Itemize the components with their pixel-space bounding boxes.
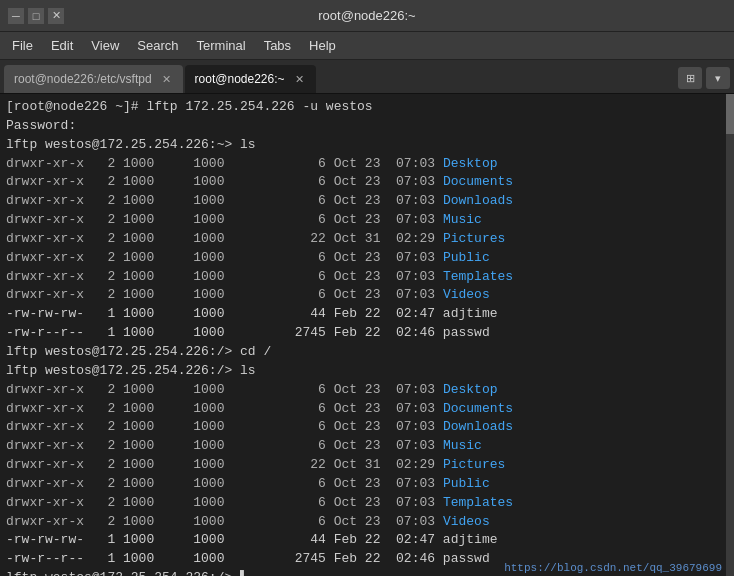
title-bar: ─ □ ✕ root@node226:~ [0,0,734,32]
menu-search[interactable]: Search [129,36,186,55]
tab-close-home[interactable]: ✕ [293,72,306,87]
terminal-line: drwxr-xr-x 2 1000 1000 6 Oct 23 07:03 Do… [6,400,728,419]
terminal-line: drwxr-xr-x 2 1000 1000 6 Oct 23 07:03 Do… [6,418,728,437]
terminal-line: lftp westos@172.25.254.226:~> ls [6,136,728,155]
scrollbar[interactable] [726,94,734,576]
terminal-area[interactable]: [root@node226 ~]# lftp 172.25.254.226 -u… [0,94,734,576]
terminal-line: drwxr-xr-x 2 1000 1000 22 Oct 31 02:29 P… [6,456,728,475]
new-tab-button[interactable]: ⊞ [678,67,702,89]
tab-vsftpd[interactable]: root@node226:/etc/vsftpd ✕ [4,65,183,93]
terminal-line: Password: [6,117,728,136]
terminal-line: drwxr-xr-x 2 1000 1000 22 Oct 31 02:29 P… [6,230,728,249]
terminal-line: drwxr-xr-x 2 1000 1000 6 Oct 23 07:03 Pu… [6,475,728,494]
tab-bar: root@node226:/etc/vsftpd ✕ root@node226:… [0,60,734,94]
scrollbar-thumb[interactable] [726,94,734,134]
maximize-button[interactable]: □ [28,8,44,24]
terminal-line: -rw-rw-rw- 1 1000 1000 44 Feb 22 02:47 a… [6,305,728,324]
watermark: https://blog.csdn.net/qq_39679699 [504,562,722,574]
terminal-line: drwxr-xr-x 2 1000 1000 6 Oct 23 07:03 De… [6,381,728,400]
terminal-line: drwxr-xr-x 2 1000 1000 6 Oct 23 07:03 Mu… [6,211,728,230]
tab-label-vsftpd: root@node226:/etc/vsftpd [14,72,152,86]
menu-help[interactable]: Help [301,36,344,55]
tab-menu-button[interactable]: ▾ [706,67,730,89]
terminal-line: lftp westos@172.25.254.226:/> ls [6,362,728,381]
terminal-line: -rw-rw-rw- 1 1000 1000 44 Feb 22 02:47 a… [6,531,728,550]
menu-terminal[interactable]: Terminal [189,36,254,55]
terminal-line: drwxr-xr-x 2 1000 1000 6 Oct 23 07:03 Vi… [6,286,728,305]
tab-home[interactable]: root@node226:~ ✕ [185,65,316,93]
menu-bar: File Edit View Search Terminal Tabs Help [0,32,734,60]
terminal-line: drwxr-xr-x 2 1000 1000 6 Oct 23 07:03 De… [6,155,728,174]
terminal-line: lftp westos@172.25.254.226:/> cd / [6,343,728,362]
terminal-line: drwxr-xr-x 2 1000 1000 6 Oct 23 07:03 Mu… [6,437,728,456]
window-title: root@node226:~ [68,8,666,23]
minimize-button[interactable]: ─ [8,8,24,24]
terminal-line: drwxr-xr-x 2 1000 1000 6 Oct 23 07:03 Pu… [6,249,728,268]
terminal-line: drwxr-xr-x 2 1000 1000 6 Oct 23 07:03 Te… [6,268,728,287]
terminal-line: drwxr-xr-x 2 1000 1000 6 Oct 23 07:03 Do… [6,173,728,192]
tab-actions: ⊞ ▾ [678,67,730,93]
menu-edit[interactable]: Edit [43,36,81,55]
menu-view[interactable]: View [83,36,127,55]
close-button[interactable]: ✕ [48,8,64,24]
tab-label-home: root@node226:~ [195,72,285,86]
terminal-line: drwxr-xr-x 2 1000 1000 6 Oct 23 07:03 Do… [6,192,728,211]
terminal-line: -rw-r--r-- 1 1000 1000 2745 Feb 22 02:46… [6,324,728,343]
menu-file[interactable]: File [4,36,41,55]
terminal-line: [root@node226 ~]# lftp 172.25.254.226 -u… [6,98,728,117]
tab-close-vsftpd[interactable]: ✕ [160,72,173,87]
menu-tabs[interactable]: Tabs [256,36,299,55]
terminal-line: drwxr-xr-x 2 1000 1000 6 Oct 23 07:03 Te… [6,494,728,513]
terminal-line: drwxr-xr-x 2 1000 1000 6 Oct 23 07:03 Vi… [6,513,728,532]
